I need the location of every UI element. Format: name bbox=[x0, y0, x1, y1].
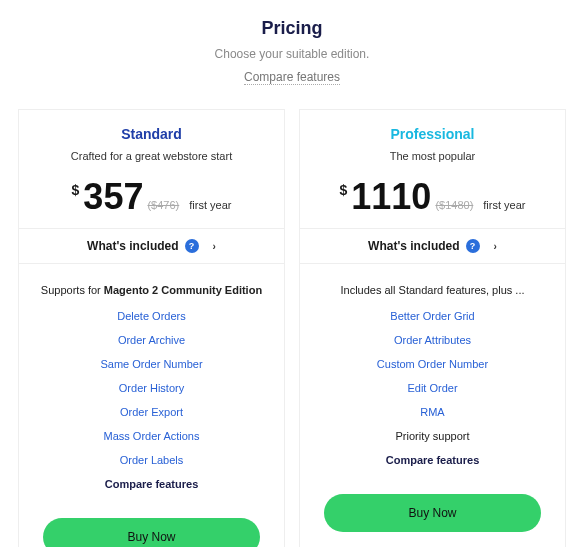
plan-standard-tagline: Crafted for a great webstore start bbox=[29, 150, 274, 162]
plan-professional-price: 1110 bbox=[351, 176, 431, 218]
included-label: What's included bbox=[368, 239, 460, 253]
plan-standard-price-row: $ 357 ($476) first year bbox=[29, 176, 274, 218]
plan-professional-features-head: Includes all Standard features, plus ... bbox=[310, 284, 555, 296]
feature-link[interactable]: Order Attributes bbox=[310, 334, 555, 346]
plan-standard-head: Standard Crafted for a great webstore st… bbox=[19, 110, 284, 228]
feature-link[interactable]: Same Order Number bbox=[29, 358, 274, 370]
plan-standard-name: Standard bbox=[29, 126, 274, 142]
chevron-right-icon: › bbox=[213, 241, 216, 252]
plan-professional-price-row: $ 1110 ($1480) first year bbox=[310, 176, 555, 218]
plans-row: Standard Crafted for a great webstore st… bbox=[18, 109, 566, 547]
feature-static: Priority support bbox=[310, 430, 555, 442]
included-label: What's included bbox=[87, 239, 179, 253]
feature-link[interactable]: Edit Order bbox=[310, 382, 555, 394]
page-title: Pricing bbox=[18, 18, 566, 39]
feature-link[interactable]: Order Export bbox=[29, 406, 274, 418]
plan-professional-features: Includes all Standard features, plus ...… bbox=[300, 264, 565, 480]
feature-link[interactable]: Better Order Grid bbox=[310, 310, 555, 322]
plan-standard-features: Supports for Magento 2 Community Edition… bbox=[19, 264, 284, 504]
price-period: first year bbox=[189, 199, 231, 211]
page-subtitle: Choose your suitable edition. bbox=[18, 47, 566, 61]
feature-link[interactable]: Delete Orders bbox=[29, 310, 274, 322]
pricing-header: Pricing Choose your suitable edition. Co… bbox=[18, 18, 566, 85]
plan-professional-feature-list: Better Order Grid Order Attributes Custo… bbox=[310, 310, 555, 442]
chevron-right-icon: › bbox=[494, 241, 497, 252]
currency-symbol: $ bbox=[340, 182, 348, 198]
feature-link[interactable]: RMA bbox=[310, 406, 555, 418]
plan-standard-price: 357 bbox=[83, 176, 143, 218]
currency-symbol: $ bbox=[72, 182, 80, 198]
plan-standard-feature-list: Delete Orders Order Archive Same Order N… bbox=[29, 310, 274, 466]
feature-link[interactable]: Order Labels bbox=[29, 454, 274, 466]
feature-link[interactable]: Order Archive bbox=[29, 334, 274, 346]
price-period: first year bbox=[483, 199, 525, 211]
feature-link[interactable]: Custom Order Number bbox=[310, 358, 555, 370]
feature-link[interactable]: Mass Order Actions bbox=[29, 430, 274, 442]
compare-features-link-top[interactable]: Compare features bbox=[244, 70, 340, 85]
feature-link[interactable]: Order History bbox=[29, 382, 274, 394]
compare-features-link[interactable]: Compare features bbox=[310, 454, 555, 466]
plan-professional-tagline: The most popular bbox=[310, 150, 555, 162]
plan-professional-name: Professional bbox=[310, 126, 555, 142]
compare-features-link[interactable]: Compare features bbox=[29, 478, 274, 490]
features-head-prefix: Supports for bbox=[41, 284, 104, 296]
features-head-bold: Magento 2 Community Edition bbox=[104, 284, 262, 296]
question-icon: ? bbox=[466, 239, 480, 253]
plan-standard-features-head: Supports for Magento 2 Community Edition bbox=[29, 284, 274, 296]
plan-professional-head: Professional The most popular $ 1110 ($1… bbox=[300, 110, 565, 228]
plan-professional: Professional The most popular $ 1110 ($1… bbox=[299, 109, 566, 547]
plan-standard-included-toggle[interactable]: What's included ? › bbox=[19, 228, 284, 264]
buy-now-button-standard[interactable]: Buy Now bbox=[43, 518, 260, 547]
plan-standard: Standard Crafted for a great webstore st… bbox=[18, 109, 285, 547]
plan-professional-included-toggle[interactable]: What's included ? › bbox=[300, 228, 565, 264]
plan-standard-old-price: ($476) bbox=[147, 199, 179, 211]
question-icon: ? bbox=[185, 239, 199, 253]
plan-professional-old-price: ($1480) bbox=[435, 199, 473, 211]
buy-now-button-professional[interactable]: Buy Now bbox=[324, 494, 541, 532]
